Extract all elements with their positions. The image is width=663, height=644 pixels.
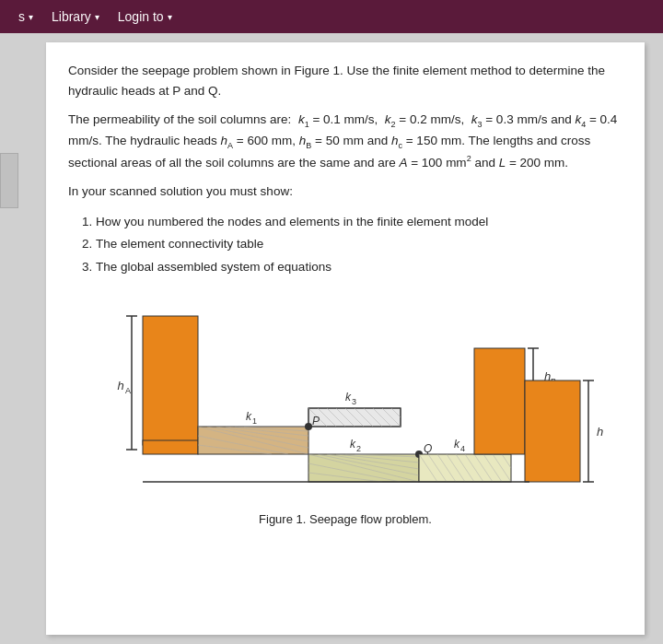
seepage-diagram: h A k 1 k 3 [87,293,603,505]
nav-label-library: Library [52,9,91,24]
list-item-1: How you numbered the nodes and elements … [96,211,622,233]
sidebar [0,42,37,635]
svg-text:1: 1 [252,416,257,426]
nav-chevron-login: ▾ [168,12,172,22]
problem-text: Consider the seepage problem shown in Fi… [68,61,622,278]
nav-item-s[interactable]: s ▾ [9,0,42,33]
page-wrapper: Consider the seepage problem shown in Fi… [0,33,663,644]
nav-item-library[interactable]: Library ▾ [42,0,109,33]
svg-text:k: k [350,438,356,451]
right-edge [654,42,663,635]
svg-text:P: P [312,415,320,427]
svg-text:4: 4 [460,444,465,453]
nav-chevron-s: ▾ [29,12,33,22]
nav-item-login[interactable]: Login to ▾ [109,0,181,33]
navbar: s ▾ Library ▾ Login to ▾ [0,0,663,33]
svg-text:3: 3 [352,397,356,406]
svg-rect-61 [474,348,525,454]
svg-text:Q: Q [424,442,432,455]
nav-label-login: Login to [118,9,164,24]
svg-rect-1 [143,316,198,445]
content-card: Consider the seepage problem shown in Fi… [46,42,645,635]
svg-point-33 [305,423,312,430]
svg-text:k: k [345,391,352,404]
nav-chevron-library: ▾ [95,12,99,22]
svg-text:h: h [597,425,603,439]
permeability-paragraph: The permeability of the soil columns are… [68,110,622,172]
svg-text:2: 2 [356,444,361,453]
requirements-list: How you numbered the nodes and elements … [96,211,622,278]
svg-text:k: k [454,438,460,451]
list-item-2: The element connectivity table [96,233,622,255]
figure-caption: Figure 1. Seepage flow problem. [259,512,432,526]
intro-paragraph: Consider the seepage problem shown in Fi… [68,61,622,100]
svg-rect-2 [143,440,198,454]
svg-text:k: k [246,410,252,423]
svg-rect-67 [525,381,580,482]
show-label: In your scanned solution you must show: [68,181,622,202]
figure-container: h A k 1 k 3 [68,293,622,526]
nav-label-s: s [18,9,25,24]
list-item-3: The global assembled system of equations [96,256,622,278]
svg-text:A: A [125,386,131,395]
sidebar-tab[interactable] [0,153,18,208]
svg-text:h: h [117,379,123,392]
